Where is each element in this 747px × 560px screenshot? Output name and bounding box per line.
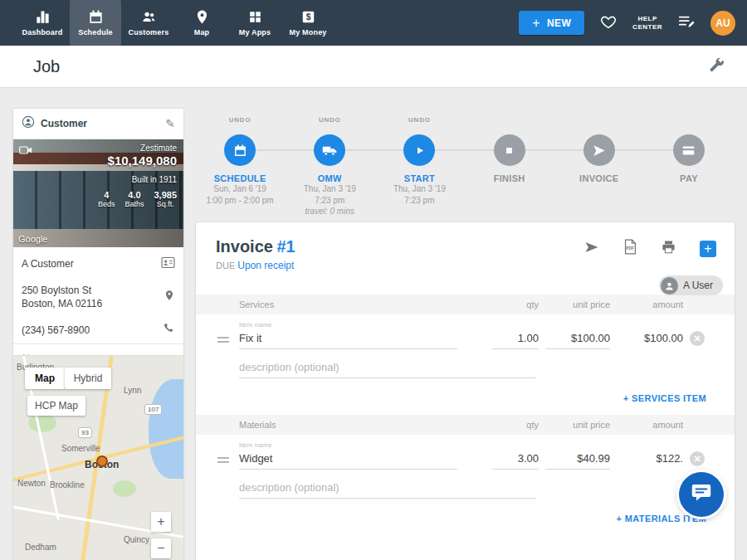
new-button[interactable]: + NEW [519,11,584,35]
item-name-cell: Item name [216,321,486,349]
services-section-label: Services [216,299,486,309]
sqft-stat: 3,985 Sq.ft. [154,190,177,208]
invoice-due-row: DUE Upon receipt [216,260,715,271]
undo-start-button[interactable]: UNDO [408,116,431,126]
beds-stat: 4 Beds [98,190,115,208]
unit-price-input[interactable] [545,329,610,349]
finish-step-icon[interactable] [494,134,525,166]
streetview-camera-icon [19,144,32,158]
amount-column-header: amount [617,420,683,430]
nav-item-my-money[interactable]: $ My Money [282,0,334,46]
nav-item-my-apps[interactable]: My Apps [229,0,281,46]
description-input[interactable] [239,478,536,499]
play-step-icon[interactable] [403,134,435,166]
phone-icon[interactable] [163,322,175,338]
nav-label: Schedule [78,28,113,37]
zoom-out-button[interactable]: − [151,538,171,558]
map-canvas[interactable]: 93 107 Burlington Lynn Somerville Boston… [13,356,183,560]
undo-schedule-button[interactable]: UNDO [229,116,251,126]
add-materials-item-button[interactable]: + MATERIALS ITEM [196,499,735,535]
step-label: START [404,173,435,183]
top-nav: Dashboard Schedule Customers Map My Apps… [0,0,747,46]
highway-shield: 107 [144,404,162,415]
map-label: Newton [17,479,46,488]
materials-header-band: Materials qty unit price amount [196,415,735,435]
nav-item-schedule[interactable]: Schedule [70,0,121,46]
drag-handle[interactable] [217,455,229,465]
send-step-icon[interactable] [583,134,615,166]
qty-column-header: qty [492,299,539,309]
activity-feed-icon[interactable] [677,13,696,33]
heart-icon[interactable] [599,13,618,33]
due-terms-link[interactable]: Upon receipt [237,260,294,271]
step-date: Thu, Jan 3 '19 [393,183,446,195]
drag-handle[interactable] [217,334,229,345]
item-name-input[interactable] [239,329,457,349]
item-name-input[interactable] [239,449,457,470]
zoom-in-button[interactable]: + [151,512,171,532]
job-location-marker[interactable] [96,455,108,467]
description-input[interactable] [239,358,536,378]
qty-input[interactable] [492,329,539,349]
new-button-label: NEW [547,17,571,29]
step-label: PAY [680,173,698,183]
chat-bubble-button[interactable] [679,472,724,517]
map-type-map-button[interactable]: Map [25,368,65,389]
baths-stat: 4.0 Baths [124,190,144,208]
schedule-step-icon[interactable] [224,134,256,166]
map-card: 93 107 Burlington Lynn Somerville Boston… [12,355,184,560]
invoice-title: Invoice [216,237,273,256]
customer-card: Customer ✎ Zestimate $10,149,080 Built i… [12,108,184,377]
add-icon[interactable]: + [700,241,716,257]
nav-label: My Apps [239,28,271,37]
customers-icon [141,9,157,25]
undo-omw-button[interactable]: UNDO [319,116,341,126]
service-line-item: Item name $100.00 ✕ [196,314,735,349]
nav-label: Map [194,28,210,37]
step-travel: travel: 0 mins [305,206,354,217]
remove-item-icon[interactable]: ✕ [690,451,705,466]
truck-step-icon[interactable] [314,134,345,166]
contact-card-icon[interactable] [161,256,175,272]
map-type-hybrid-button[interactable]: Hybrid [65,368,111,389]
step-start: UNDO START Thu, Jan 3 '19 7:23 pm [374,116,464,217]
property-photo: Zestimate $10,149,080 Built in 1911 4 Be… [13,139,183,247]
park-area [28,414,56,432]
add-services-item-button[interactable]: + SERVICES ITEM [196,378,735,415]
item-name-label: Item name [239,441,486,449]
card-step-icon[interactable] [673,134,705,166]
line-amount: $100.00 [617,332,683,349]
nav-item-dashboard[interactable]: Dashboard [17,0,68,46]
page-title: Job [33,57,60,76]
location-pin-icon[interactable] [164,289,175,305]
edit-pencil-icon[interactable]: ✎ [165,117,175,130]
highway-shield: 93 [78,427,92,438]
assigned-user-pill[interactable]: A User [659,275,723,295]
help-center-link[interactable]: HELP CENTER [632,15,662,32]
qty-input[interactable] [492,449,539,470]
remove-item-icon[interactable]: ✕ [690,331,705,346]
user-avatar-icon [661,277,678,295]
customer-name: A Customer [22,257,154,270]
step-time: 7:23 pm [404,195,434,207]
nav-item-map[interactable]: Map [176,0,227,46]
nav-right: + NEW HELP CENTER AU [519,0,735,46]
sqft-label: Sq.ft. [154,200,177,208]
materials-section-label: Materials [216,420,486,430]
help-line1: HELP [637,15,657,23]
line-amount: $122. [617,452,683,470]
step-pay: PAY [644,116,734,217]
send-invoice-icon[interactable] [583,240,600,258]
job-tools-icon[interactable] [707,56,725,78]
nav-item-customers[interactable]: Customers [123,0,174,46]
invoice-card: Invoice #1 DUE Upon receipt PDF + A User… [195,222,735,560]
step-label: OMW [318,173,342,183]
unit-price-input[interactable] [545,449,610,470]
hcp-map-button[interactable]: HCP Map [27,396,85,416]
apps-grid-icon [247,9,263,25]
print-icon[interactable] [661,240,676,258]
avatar[interactable]: AU [710,11,735,36]
pdf-icon[interactable]: PDF [623,239,637,258]
unit-price-column-header: unit price [545,420,610,430]
due-label: DUE [216,261,235,270]
